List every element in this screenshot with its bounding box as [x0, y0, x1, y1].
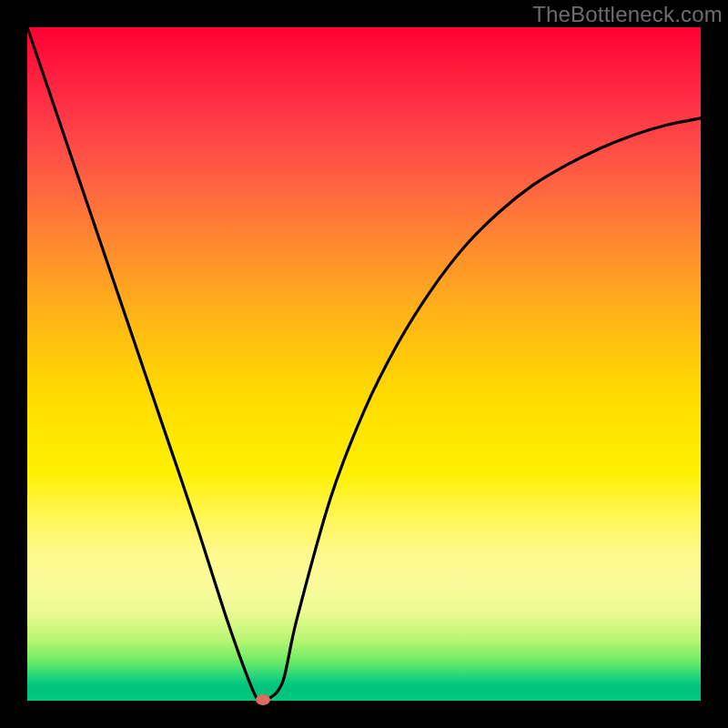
plot-area: [27, 27, 701, 701]
bottleneck-curve: [27, 27, 701, 703]
curve-svg: [27, 27, 701, 701]
watermark-text: TheBottleneck.com: [532, 2, 723, 27]
minimum-marker: [256, 694, 270, 705]
chart-frame: TheBottleneck.com: [0, 0, 728, 728]
